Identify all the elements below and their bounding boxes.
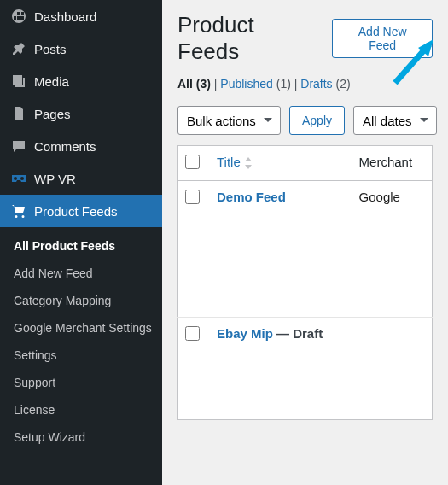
submenu-item-google-merchant[interactable]: Google Merchant Settings [0, 314, 162, 342]
status-filter-links: All (3) | Published (1) | Drafts (2) [177, 77, 433, 91]
submenu-item-category-mapping[interactable]: Category Mapping [0, 287, 162, 314]
sidebar-item-product-feeds[interactable]: Product Feeds [0, 195, 162, 227]
sort-icon [244, 155, 253, 169]
add-new-feed-button[interactable]: Add New Feed [332, 19, 433, 58]
bulk-actions-select[interactable]: Bulk actions [177, 106, 281, 135]
table-row: Ebay Mip — Draft [178, 318, 433, 420]
filter-drafts[interactable]: Drafts (2) [300, 77, 350, 91]
col-merchant-header[interactable]: Merchant [351, 146, 433, 181]
sidebar-item-label: Pages [34, 107, 71, 121]
sidebar-item-wpvr[interactable]: WP VR [0, 162, 162, 195]
submenu-item-all-feeds[interactable]: All Product Feeds [0, 232, 162, 260]
sidebar-item-label: WP VR [34, 172, 76, 186]
main-content: Product Feeds Add New Feed All (3) | Pub… [162, 0, 448, 485]
filter-all[interactable]: All (3) [177, 77, 211, 91]
sidebar-item-comments[interactable]: Comments [0, 130, 162, 162]
sidebar-item-label: Product Feeds [34, 204, 118, 219]
merchant-cell [351, 318, 433, 420]
feed-title-link[interactable]: Ebay Mip [217, 326, 273, 341]
apply-button[interactable]: Apply [289, 106, 345, 135]
submenu-item-license[interactable]: License [0, 396, 162, 424]
status-label: — Draft [273, 326, 323, 341]
submenu-item-setup-wizard[interactable]: Setup Wizard [0, 424, 162, 451]
sidebar-submenu: All Product Feeds Add New Feed Category … [0, 227, 162, 456]
merchant-cell: Google [351, 181, 433, 318]
feeds-table: Title Merchant Demo Feed Google Ebay Mip… [177, 145, 433, 420]
submenu-item-add-new[interactable]: Add New Feed [0, 260, 162, 287]
sidebar-item-label: Media [34, 74, 69, 89]
col-title-header[interactable]: Title [208, 146, 351, 181]
sidebar-item-label: Dashboard [34, 9, 96, 24]
comments-icon [10, 137, 27, 155]
submenu-item-support[interactable]: Support [0, 369, 162, 396]
sidebar-item-label: Posts [34, 42, 67, 56]
vr-icon [10, 170, 27, 187]
sidebar-item-dashboard[interactable]: Dashboard [0, 0, 162, 32]
feed-title-link[interactable]: Demo Feed [217, 190, 286, 204]
submenu-item-settings[interactable]: Settings [0, 342, 162, 369]
row-checkbox[interactable] [185, 326, 200, 341]
dashboard-icon [10, 8, 27, 25]
page-title: Product Feeds [177, 12, 320, 65]
sidebar-item-label: Comments [34, 139, 96, 154]
pin-icon [10, 40, 27, 57]
sidebar-item-posts[interactable]: Posts [0, 32, 162, 65]
filter-published[interactable]: Published (1) [220, 77, 291, 91]
admin-sidebar: Dashboard Posts Media Pages Comments WP … [0, 0, 162, 485]
pages-icon [10, 105, 27, 122]
select-all-checkbox[interactable] [185, 155, 200, 169]
sidebar-item-media[interactable]: Media [0, 65, 162, 97]
cart-icon [10, 202, 27, 219]
row-checkbox[interactable] [185, 190, 200, 204]
sidebar-item-pages[interactable]: Pages [0, 97, 162, 130]
table-row: Demo Feed Google [178, 181, 433, 318]
date-filter-select[interactable]: All dates [353, 106, 437, 135]
media-icon [10, 73, 27, 90]
